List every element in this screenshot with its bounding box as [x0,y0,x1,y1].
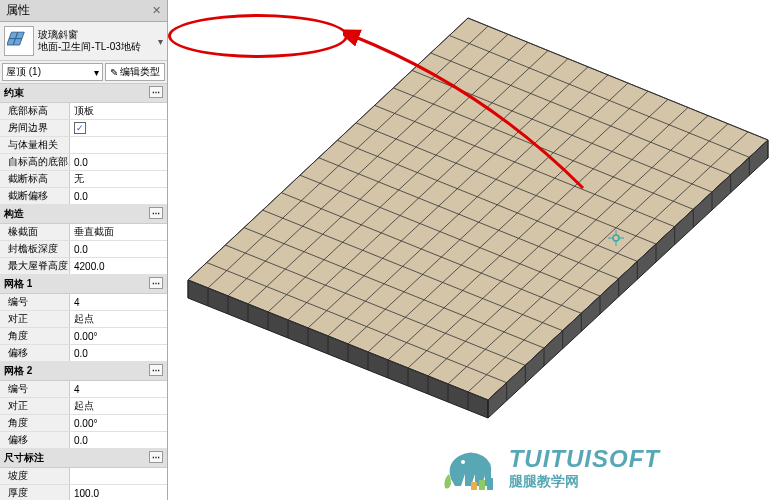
property-value[interactable]: 0.0 [70,241,167,257]
type-name: 玻璃斜窗 地面-卫生间-TL-03地砖 [38,29,154,53]
property-value[interactable] [70,468,167,484]
property-row[interactable]: 对正起点 [0,398,167,415]
property-value[interactable]: 顶板 [70,103,167,119]
properties-panel: 属性 ✕ 玻璃斜窗 地面-卫生间-TL-03地砖 ▾ 屋顶 (1)▾ ✎编辑类型… [0,0,168,500]
group-header[interactable]: 约束⋯ [0,84,167,103]
svg-rect-77 [471,482,477,490]
expand-icon[interactable]: ⋯ [149,86,163,98]
property-label: 自标高的底部... [0,154,70,170]
expand-icon[interactable]: ⋯ [149,364,163,376]
property-label: 截断标高 [0,171,70,187]
svg-point-76 [461,460,465,464]
group-header[interactable]: 尺寸标注⋯ [0,449,167,468]
property-value[interactable]: 0.00° [70,415,167,431]
svg-rect-78 [479,480,485,490]
group-header[interactable]: 网格 2⋯ [0,362,167,381]
floor-grid-model[interactable] [168,0,780,500]
properties-grid: 约束⋯底部标高顶板房间边界✓与体量相关自标高的底部...0.0截断标高无截断偏移… [0,84,167,500]
property-label: 偏移 [0,432,70,448]
expand-icon[interactable]: ⋯ [149,277,163,289]
close-icon[interactable]: ✕ [152,4,161,17]
property-label: 截断偏移 [0,188,70,204]
filter-row: 屋顶 (1)▾ ✎编辑类型 [0,61,167,84]
property-label: 对正 [0,398,70,414]
svg-marker-4 [188,18,768,400]
property-label: 厚度 [0,485,70,500]
property-value[interactable]: 4 [70,294,167,310]
edit-type-button[interactable]: ✎编辑类型 [105,63,165,81]
edit-icon: ✎ [110,67,118,78]
property-label: 与体量相关 [0,137,70,153]
property-label: 坡度 [0,468,70,484]
property-row[interactable]: 与体量相关 [0,137,167,154]
expand-icon[interactable]: ⋯ [149,207,163,219]
property-row[interactable]: 椽截面垂直截面 [0,224,167,241]
property-label: 房间边界 [0,120,70,136]
property-value[interactable]: 无 [70,171,167,187]
property-value[interactable]: 0.0 [70,154,167,170]
property-row[interactable]: 对正起点 [0,311,167,328]
property-label: 编号 [0,381,70,397]
property-value[interactable]: 起点 [70,311,167,327]
property-label: 底部标高 [0,103,70,119]
pivot-marker-icon [608,230,624,246]
chevron-down-icon[interactable]: ▾ [158,36,163,47]
3d-viewport[interactable]: TUITUISOFT 腿腿教学网 [168,0,780,500]
property-row[interactable]: 偏移0.0 [0,345,167,362]
svg-rect-79 [487,478,493,490]
property-row[interactable]: 角度0.00° [0,415,167,432]
property-row[interactable]: 坡度 [0,468,167,485]
panel-title-bar: 属性 ✕ [0,0,167,22]
property-value[interactable]: 垂直截面 [70,224,167,240]
property-value[interactable]: 起点 [70,398,167,414]
property-value[interactable]: 0.00° [70,328,167,344]
property-label: 封檐板深度 [0,241,70,257]
property-label: 椽截面 [0,224,70,240]
property-label: 编号 [0,294,70,310]
property-row[interactable]: 截断偏移0.0 [0,188,167,205]
panel-title-text: 属性 [6,2,30,19]
property-value[interactable] [70,137,167,153]
property-row[interactable]: 房间边界✓ [0,120,167,137]
type-thumbnail-icon [4,26,34,56]
group-header[interactable]: 构造⋯ [0,205,167,224]
property-value[interactable]: 4 [70,381,167,397]
property-value[interactable]: 0.0 [70,432,167,448]
property-value[interactable]: 100.0 [70,485,167,500]
property-row[interactable]: 偏移0.0 [0,432,167,449]
property-row[interactable]: 封檐板深度0.0 [0,241,167,258]
svg-point-71 [613,235,619,241]
property-row[interactable]: 编号4 [0,381,167,398]
watermark-title: TUITUISOFT [509,445,660,473]
property-value[interactable]: ✓ [70,120,167,136]
watermark: TUITUISOFT 腿腿教学网 [441,444,660,492]
property-row[interactable]: 最大屋脊高度4200.0 [0,258,167,275]
checkbox-icon[interactable]: ✓ [74,122,86,134]
filter-dropdown[interactable]: 屋顶 (1)▾ [2,63,103,81]
property-value[interactable]: 0.0 [70,188,167,204]
watermark-subtitle: 腿腿教学网 [509,473,660,491]
type-selector[interactable]: 玻璃斜窗 地面-卫生间-TL-03地砖 ▾ [0,22,167,61]
chevron-down-icon: ▾ [94,67,99,78]
property-row[interactable]: 自标高的底部...0.0 [0,154,167,171]
expand-icon[interactable]: ⋯ [149,451,163,463]
property-row[interactable]: 截断标高无 [0,171,167,188]
property-label: 角度 [0,415,70,431]
property-row[interactable]: 底部标高顶板 [0,103,167,120]
elephant-logo-icon [441,444,501,492]
property-label: 偏移 [0,345,70,361]
property-label: 对正 [0,311,70,327]
property-label: 角度 [0,328,70,344]
property-value[interactable]: 0.0 [70,345,167,361]
group-header[interactable]: 网格 1⋯ [0,275,167,294]
property-label: 最大屋脊高度 [0,258,70,274]
property-row[interactable]: 角度0.00° [0,328,167,345]
property-value[interactable]: 4200.0 [70,258,167,274]
property-row[interactable]: 编号4 [0,294,167,311]
property-row[interactable]: 厚度100.0 [0,485,167,500]
